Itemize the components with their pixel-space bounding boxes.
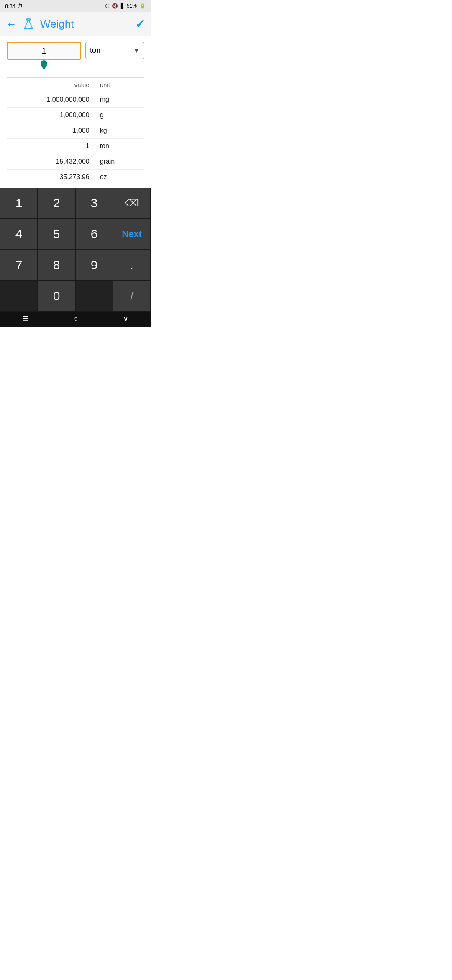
conversion-table: value unit 1,000,000,000 mg 1,000,000 g … — [7, 77, 144, 201]
table-body: 1,000,000,000 mg 1,000,000 g 1,000 kg 1 … — [7, 92, 144, 200]
value-input-wrapper — [7, 42, 81, 70]
cell-unit: g — [95, 108, 144, 123]
key-next[interactable]: Next — [113, 219, 151, 250]
time: 8:34 — [5, 3, 15, 9]
keyboard: 1 2 3 ⌫ 4 5 6 Next 7 8 9 . 0 / — [0, 188, 151, 312]
cell-value: 1,000,000 — [7, 108, 95, 123]
cell-value: 35,273.96 — [7, 170, 95, 185]
cell-unit: kg — [95, 123, 144, 138]
nav-back-button[interactable]: ∨ — [123, 314, 128, 323]
signal-icon: ▋ — [121, 3, 124, 9]
table-row: 1,000,000 g — [7, 108, 144, 123]
cell-value: 1 — [7, 139, 95, 154]
weight-icon — [21, 16, 36, 31]
svg-point-0 — [27, 18, 30, 21]
key-4[interactable]: 4 — [0, 219, 38, 250]
cell-value: 15,432,000 — [7, 154, 95, 169]
status-right: ⬡ 🔇 ▋ 51% 🔋 — [105, 3, 146, 9]
bluetooth-icon: ⬡ — [105, 3, 109, 9]
key-slash[interactable]: / — [113, 281, 151, 312]
input-caret-icon — [40, 60, 48, 70]
cell-unit: mg — [95, 92, 144, 107]
key-2[interactable]: 2 — [38, 188, 75, 219]
unit-dropdown[interactable]: ton ▼ — [85, 42, 144, 59]
key-backspace[interactable]: ⌫ — [113, 188, 151, 219]
table-row: 35,273.96 oz — [7, 170, 144, 185]
chevron-down-icon: ▼ — [134, 47, 139, 54]
nav-bar: ☰ ○ ∨ — [0, 312, 151, 327]
nav-home-button[interactable]: ○ — [74, 315, 78, 323]
table-header: value unit — [7, 78, 144, 92]
table-row: 1,000 kg — [7, 123, 144, 139]
key-0[interactable]: 0 — [38, 281, 75, 312]
key-empty-right — [75, 281, 113, 312]
nav-menu-button[interactable]: ☰ — [22, 314, 29, 323]
battery-text: 51% — [127, 3, 137, 9]
cell-value: 1,000,000,000 — [7, 92, 95, 107]
keyboard-row-3: 7 8 9 . — [0, 250, 151, 281]
svg-marker-2 — [41, 65, 47, 70]
status-left: 8:34 ⏱ — [5, 3, 23, 9]
key-5[interactable]: 5 — [38, 219, 75, 250]
cell-unit: oz — [95, 170, 144, 185]
keyboard-row-2: 4 5 6 Next — [0, 219, 151, 250]
battery-icon: 🔋 — [139, 3, 146, 9]
key-9[interactable]: 9 — [75, 250, 113, 281]
cell-unit: grain — [95, 154, 144, 169]
keyboard-row-1: 1 2 3 ⌫ — [0, 188, 151, 219]
alarm-icon: ⏱ — [17, 3, 23, 9]
column-header-value: value — [7, 78, 95, 92]
table-row: 15,432,000 grain — [7, 154, 144, 170]
app-title: Weight — [40, 18, 74, 31]
value-input[interactable] — [7, 42, 81, 60]
cell-unit: ton — [95, 139, 144, 154]
key-dot[interactable]: . — [113, 250, 151, 281]
cell-value: 1,000 — [7, 123, 95, 138]
key-6[interactable]: 6 — [75, 219, 113, 250]
confirm-button[interactable]: ✓ — [135, 17, 145, 31]
app-bar-left: ← Weight — [6, 16, 74, 31]
key-empty-left — [0, 281, 38, 312]
keyboard-row-4: 0 / — [0, 281, 151, 312]
unit-select-wrapper[interactable]: ton ▼ — [85, 42, 144, 59]
key-7[interactable]: 7 — [0, 250, 38, 281]
key-3[interactable]: 3 — [75, 188, 113, 219]
column-header-unit: unit — [95, 78, 144, 92]
back-button[interactable]: ← — [6, 18, 17, 31]
table-row: 1,000,000,000 mg — [7, 92, 144, 108]
mute-icon: 🔇 — [112, 3, 118, 9]
key-8[interactable]: 8 — [38, 250, 75, 281]
key-1[interactable]: 1 — [0, 188, 38, 219]
app-bar: ← Weight ✓ — [0, 12, 151, 36]
input-area: ton ▼ — [0, 36, 151, 73]
status-bar: 8:34 ⏱ ⬡ 🔇 ▋ 51% 🔋 — [0, 0, 151, 12]
unit-selected-value: ton — [90, 46, 100, 55]
table-row: 1 ton — [7, 139, 144, 154]
